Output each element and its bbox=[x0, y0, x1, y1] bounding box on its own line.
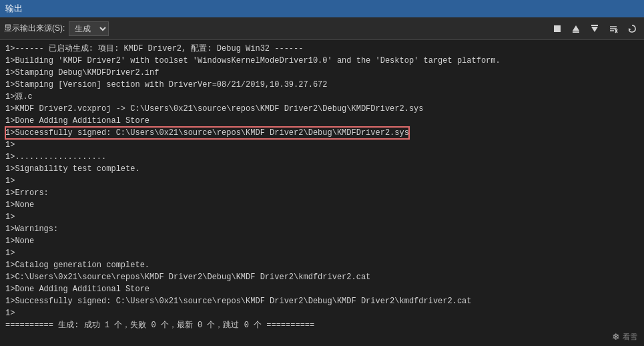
svg-marker-1 bbox=[573, 25, 579, 31]
clear-icon[interactable] bbox=[605, 21, 621, 36]
svg-marker-10 bbox=[629, 28, 631, 31]
title-bar: 输出 bbox=[0, 0, 644, 17]
scroll-up-icon[interactable] bbox=[568, 21, 584, 36]
output-line: ========== 生成: 成功 1 个，失败 0 个，最新 0 个，跳过 0… bbox=[5, 319, 639, 331]
output-line: 1> bbox=[5, 139, 639, 151]
output-line: 1>................... bbox=[5, 151, 639, 163]
output-line: 1>Warnings: bbox=[5, 223, 639, 235]
bottom-watermark: ❄ 看雪 bbox=[612, 331, 637, 342]
title-text: 输出 bbox=[5, 3, 23, 15]
scroll-down-icon[interactable] bbox=[587, 21, 603, 36]
output-line: 1> bbox=[5, 247, 639, 259]
refresh-icon[interactable] bbox=[624, 21, 640, 36]
output-line: 1>Building 'KMDF Driver2' with toolset '… bbox=[5, 55, 639, 67]
output-line: 1>C:\Users\0x21\source\repos\KMDF Driver… bbox=[5, 271, 639, 283]
output-line: 1> bbox=[5, 175, 639, 187]
svg-rect-0 bbox=[554, 25, 561, 32]
snowflake-icon: ❄ bbox=[612, 331, 620, 342]
output-line: 1> bbox=[5, 211, 639, 223]
toolbar-icons bbox=[549, 21, 640, 36]
output-line: 1>Done Adding Additional Store bbox=[5, 283, 639, 295]
output-line: 1>Successfully signed: C:\Users\0x21\sou… bbox=[5, 127, 639, 139]
output-line: 1>------ 已启动生成: 项目: KMDF Driver2, 配置: De… bbox=[5, 43, 639, 55]
output-area: 1>------ 已启动生成: 项目: KMDF Driver2, 配置: De… bbox=[0, 40, 644, 346]
svg-marker-3 bbox=[591, 27, 598, 32]
output-line: 1>KMDF Driver2.vcxproj -> C:\Users\0x21\… bbox=[5, 103, 639, 115]
output-line: 1>Successfully signed: C:\Users\0x21\sou… bbox=[5, 295, 639, 307]
svg-rect-4 bbox=[591, 25, 598, 26]
toolbar: 显示输出来源(S): 生成 bbox=[0, 17, 644, 40]
output-line: 1>Catalog generation complete. bbox=[5, 259, 639, 271]
output-line: 1>源.c bbox=[5, 91, 639, 103]
watermark-label: 看雪 bbox=[623, 332, 637, 342]
output-line: 1>Stamping [Version] section with Driver… bbox=[5, 79, 639, 91]
output-line: 1>None bbox=[5, 235, 639, 247]
svg-rect-2 bbox=[573, 31, 579, 33]
output-line: 1> bbox=[5, 307, 639, 319]
output-line: 1>None bbox=[5, 199, 639, 211]
source-label: 显示输出来源(S): bbox=[4, 23, 65, 34]
output-line: 1>Done Adding Additional Store bbox=[5, 115, 639, 127]
output-line: 1>Signability test complete. bbox=[5, 163, 639, 175]
stop-icon[interactable] bbox=[549, 21, 565, 36]
output-line: 1>Errors: bbox=[5, 187, 639, 199]
source-select[interactable]: 生成 bbox=[69, 21, 109, 36]
output-line: 1>Stamping Debug\KMDFDriver2.inf bbox=[5, 67, 639, 79]
